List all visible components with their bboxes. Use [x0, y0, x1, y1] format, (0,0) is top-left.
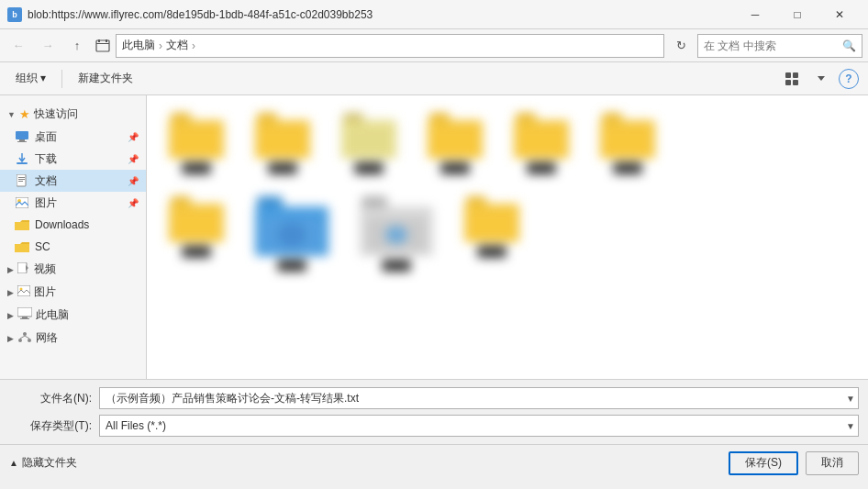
file-grid-row2: ████ ████	[156, 188, 859, 280]
folder-label-8: ████	[277, 260, 306, 272]
command-toolbar: 组织 ▾ 新建文件夹 ?	[0, 62, 868, 95]
maximize-button[interactable]: □	[776, 0, 818, 29]
forward-button[interactable]: →	[35, 33, 61, 59]
pictures2-label: 图片	[34, 284, 56, 300]
svg-rect-15	[18, 179, 25, 180]
search-icon: 🔍	[842, 39, 856, 52]
videos-icon	[17, 262, 30, 276]
svg-rect-24	[22, 317, 28, 318]
help-button[interactable]: ?	[839, 69, 859, 89]
folder-item-5[interactable]: ████	[505, 108, 578, 179]
folder-icon-2	[255, 113, 310, 159]
svg-rect-10	[19, 139, 25, 141]
chevron-videos: ▶	[7, 265, 14, 274]
videos-label: 视频	[34, 261, 56, 277]
back-button[interactable]: ←	[6, 33, 31, 59]
folder-icon-1	[169, 113, 224, 159]
svg-rect-6	[785, 80, 791, 85]
svg-rect-7	[793, 80, 798, 85]
filetype-select[interactable]: All Files (*.*)	[99, 415, 859, 437]
svg-rect-13	[17, 174, 26, 186]
sidebar-item-pictures[interactable]: 图片 📌	[0, 192, 146, 214]
toolbar-separator	[61, 70, 62, 88]
folder-item-8[interactable]: ████	[246, 192, 338, 276]
filetype-select-wrapper[interactable]: All Files (*.*) ▼	[99, 415, 859, 437]
sidebar-item-sc[interactable]: SC	[0, 236, 146, 258]
folder-icon-5	[514, 113, 569, 159]
folder-item-3[interactable]: ████	[332, 108, 406, 179]
search-bar[interactable]: 🔍	[697, 34, 862, 58]
breadcrumb-documents: 文档	[166, 38, 188, 53]
filetype-row: 保存类型(T): All Files (*.*) ▼	[9, 415, 859, 437]
sidebar-item-desktop[interactable]: 桌面 📌	[0, 126, 146, 148]
download-arrow-icon	[15, 151, 29, 166]
pictures-icon	[15, 195, 29, 210]
expand-icon: ▲	[9, 458, 18, 468]
folder-label-1: ████	[182, 162, 210, 174]
toolbar2-right: ?	[780, 67, 859, 91]
close-button[interactable]: ✕	[818, 0, 861, 29]
breadcrumb-sep1: ›	[159, 39, 162, 52]
folder-item-7[interactable]: ████	[160, 192, 233, 276]
sidebar-item-pictures2[interactable]: ▶ 图片	[0, 281, 146, 304]
sidebar-item-videos[interactable]: ▶ 视频	[0, 258, 146, 281]
star-icon: ★	[19, 107, 30, 121]
breadcrumb-bar[interactable]: 此电脑 › 文档 ›	[116, 34, 664, 58]
filename-input[interactable]	[99, 387, 859, 409]
folder-icon-9	[360, 196, 433, 256]
folder-sc-icon	[15, 239, 29, 254]
window-title: blob:https://www.iflyrec.com/8de195db-1b…	[28, 8, 373, 21]
organize-button[interactable]: 组织 ▾	[9, 66, 52, 91]
sidebar-item-network[interactable]: ▶ 网络	[0, 327, 146, 350]
xiazai-label: 下载	[35, 151, 57, 167]
sidebar-item-documents[interactable]: 文档 📌	[0, 170, 146, 192]
sidebar-item-downloads[interactable]: Downloads	[0, 214, 146, 236]
dropdown-arrow-icon	[817, 72, 826, 86]
save-button[interactable]: 保存(S)	[729, 451, 798, 475]
folder-label-9: ████	[382, 260, 410, 272]
view-icon	[785, 72, 799, 86]
file-area: ████ ████ ████	[147, 95, 868, 379]
app-icon: b	[7, 7, 22, 22]
svg-rect-9	[16, 131, 28, 139]
svg-rect-23	[17, 307, 32, 317]
cancel-button[interactable]: 取消	[806, 451, 859, 475]
filetype-label: 保存类型(T):	[9, 418, 92, 434]
folder-item-10[interactable]: ████	[455, 192, 529, 276]
folder-item-1[interactable]: ████	[160, 108, 233, 179]
minimize-button[interactable]: ─	[734, 0, 776, 29]
svg-marker-8	[818, 76, 825, 81]
folder-item-9[interactable]: ████	[351, 192, 442, 276]
folder-item-4[interactable]: ████	[418, 108, 492, 179]
folder-label-6: ████	[613, 162, 641, 174]
svg-rect-14	[18, 177, 25, 178]
view-arrow-button[interactable]	[809, 67, 833, 91]
desktop-label: 桌面	[35, 129, 57, 145]
folder-icon-3	[341, 113, 396, 159]
svg-rect-12	[17, 162, 28, 164]
chevron-network: ▶	[7, 334, 14, 343]
hide-folders-label: 隐藏文件夹	[22, 455, 77, 471]
svg-rect-17	[16, 197, 28, 208]
svg-point-27	[18, 339, 22, 342]
view-toggle-button[interactable]	[780, 67, 804, 91]
folder-icon-6	[600, 113, 655, 159]
folder-icon-7	[169, 196, 224, 242]
quick-access-header[interactable]: ▼ ★ 快速访问	[0, 103, 146, 126]
folder-item-6[interactable]: ████	[591, 108, 664, 179]
folder-item-2[interactable]: ████	[246, 108, 319, 179]
up-button[interactable]: ↑	[64, 33, 90, 59]
documents-label: 文档	[35, 173, 57, 189]
svg-rect-4	[785, 72, 791, 78]
folder-label-10: ████	[477, 246, 506, 258]
svg-line-29	[20, 336, 25, 339]
search-input[interactable]	[704, 39, 839, 52]
svg-rect-1	[96, 43, 109, 44]
sidebar-item-thispc[interactable]: ▶ 此电脑	[0, 304, 146, 327]
refresh-button[interactable]: ↻	[668, 33, 694, 59]
sidebar-item-xiazai[interactable]: 下载 📌	[0, 148, 146, 170]
svg-point-26	[23, 332, 27, 336]
hide-folders-button[interactable]: ▲ 隐藏文件夹	[9, 455, 77, 471]
new-folder-button[interactable]: 新建文件夹	[72, 66, 139, 91]
desktop-icon	[15, 129, 29, 144]
